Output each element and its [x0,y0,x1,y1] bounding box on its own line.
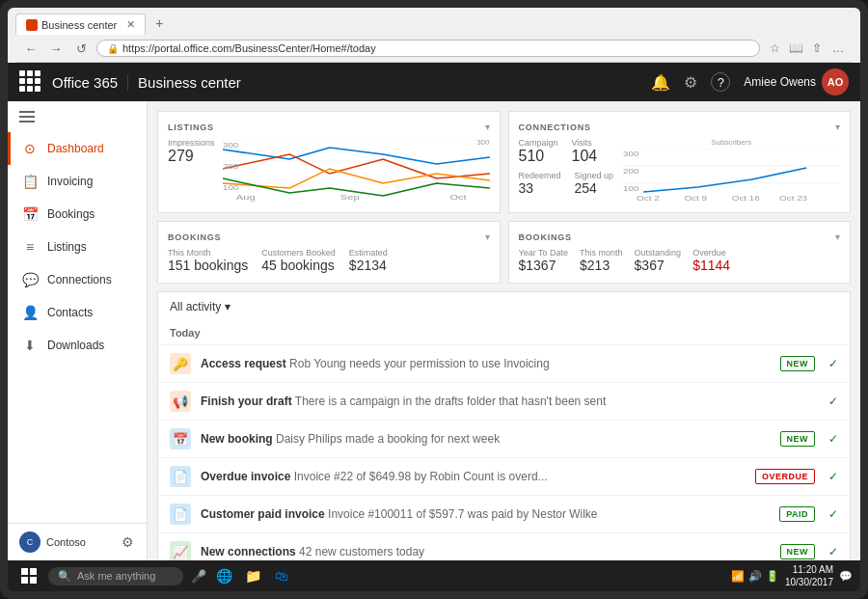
activity-check-3[interactable]: ✓ [828,470,838,483]
time-display: 11:20 AM [785,563,833,576]
listings-card-chevron[interactable]: ▾ [485,122,490,132]
activity-filter[interactable]: All activity ▾ [158,292,850,321]
org-info[interactable]: C Contoso [19,531,86,553]
sidebar-item-connections[interactable]: 💬 Connections [8,263,147,296]
cortana-icon[interactable]: 🎤 [191,569,206,584]
activity-title-0: Access request [201,357,286,370]
sidebar-label-connections: Connections [47,273,112,286]
campaign-label: Campaign [519,138,558,148]
sidebar-menu-button[interactable] [8,101,147,132]
activity-check-4[interactable]: ✓ [828,507,838,521]
share-icon[interactable]: ⇧ [808,40,826,57]
sidebar-item-listings[interactable]: ≡ Listings [8,231,147,263]
activity-check-0[interactable]: ✓ [828,357,838,370]
svg-text:Sep: Sep [339,193,359,202]
date-display: 10/30/2017 [785,576,833,588]
browser-tab-active[interactable]: Business center ✕ [15,14,146,35]
year-to-date-value: $1367 [519,258,569,273]
activity-check-1[interactable]: ✓ [828,395,838,408]
sidebar-item-dashboard[interactable]: ⊙ Dashboard [8,132,147,165]
activity-item-4[interactable]: 📄 Customer paid invoice Invoice #100011 … [158,495,850,532]
edge-browser-icon[interactable]: 🌐 [210,562,237,589]
notification-center-icon[interactable]: 💬 [839,570,853,583]
bookings-financial-card: BOOKINGS ▾ Year To Date $1367 This month… [508,221,852,284]
activity-icon-0: 🔑 [170,353,191,374]
org-name: Contoso [46,536,86,548]
activity-item-3[interactable]: 📄 Overdue invoice Invoice #22 of $649.98… [158,457,850,495]
activity-text-2: New booking Daisy Philips made a booking… [201,432,771,446]
start-button[interactable] [15,562,42,589]
activity-desc-4: Invoice #100011 of $597.7 was paid by Ne… [328,507,598,521]
impressions-value: 279 [168,148,215,165]
bookings-financial-chevron[interactable]: ▾ [835,231,840,242]
file-explorer-icon[interactable]: 📁 [239,562,266,589]
activity-title-2: New booking [201,432,273,446]
listings-icon: ≡ [22,239,38,255]
sidebar-item-bookings[interactable]: 📅 Bookings [8,198,147,231]
taskbar-search-box[interactable]: 🔍 Ask me anything [48,567,183,585]
fin-this-month-label: This month [580,248,623,258]
activity-item-1[interactable]: 📢 Finish your draft There is a campaign … [158,382,850,420]
activity-item-0[interactable]: 🔑 Access request Rob Young needs your pe… [158,344,850,382]
activity-check-5[interactable]: ✓ [828,545,838,558]
this-month-bookings: 151 bookings [168,258,248,273]
bookings-financial-title: BOOKINGS [519,232,572,242]
sidebar-item-invoicing[interactable]: 📋 Invoicing [8,165,147,198]
refresh-button[interactable]: ↺ [71,39,91,58]
bookings-summary-chevron[interactable]: ▾ [485,231,490,242]
waffle-menu-button[interactable] [19,70,42,94]
activity-badge-2: NEW [780,431,816,447]
help-icon[interactable]: ? [711,72,730,92]
windows-logo [21,568,37,584]
network-icon[interactable]: 📶 [731,570,745,583]
connections-chart: 300 200 100 Oct 2 Oct 9 Oct 16 Oct 23 [623,149,841,202]
dashboard-icon: ⊙ [22,141,38,156]
fin-this-month-value: $213 [580,258,623,273]
overdue-label: Overdue [692,248,730,258]
activity-item-2[interactable]: 📅 New booking Daisy Philips made a booki… [158,420,850,457]
activity-desc-1: There is a campaign in the drafts folder… [295,395,606,408]
battery-icon[interactable]: 🔋 [766,570,779,583]
impressions-label: Impressions [168,138,215,148]
sidebar-item-downloads[interactable]: ⬇ Downloads [8,329,147,362]
sidebar-label-bookings: Bookings [47,207,95,221]
activity-desc-3: Invoice #22 of $649.98 by Robin Count is… [294,470,548,483]
signedup-value: 254 [575,180,614,196]
system-clock[interactable]: 11:20 AM 10/30/2017 [785,563,833,588]
sidebar-label-dashboard: Dashboard [47,142,104,155]
back-button[interactable]: ← [21,39,41,58]
connections-card-chevron[interactable]: ▾ [835,122,840,132]
activity-desc-2: Daisy Philips made a booking for next we… [276,432,500,446]
listings-card-title: LISTINGS [168,123,214,132]
svg-text:100: 100 [623,184,639,192]
activity-icon-3: 📄 [170,466,191,487]
taskbar-apps: 🌐 📁 🛍 [210,562,295,589]
activity-item-5[interactable]: 📈 New connections 42 new customers today… [158,532,850,560]
sidebar-footer: C Contoso ⚙ [8,523,147,560]
favorites-icon[interactable]: ☆ [766,40,783,57]
forward-button[interactable]: → [46,39,66,58]
office-brand[interactable]: Office 365 [52,74,128,91]
activity-badge-3: OVERDUE [755,469,815,484]
new-tab-button[interactable]: + [148,12,171,35]
store-icon[interactable]: 🛍 [268,562,295,589]
sidebar-item-contacts[interactable]: 👤 Contacts [8,296,147,329]
url-bar[interactable]: 🔒 https://portal.office.com/BusinessCent… [96,40,760,57]
search-placeholder: Ask me anything [77,570,155,582]
activity-check-2[interactable]: ✓ [828,432,838,446]
menu-icon[interactable]: … [829,40,847,57]
org-settings-icon[interactable]: ⚙ [120,534,135,550]
user-menu[interactable]: Amiee Owens AO [744,68,849,95]
invoicing-icon: 📋 [22,174,38,189]
activity-text-1: Finish your draft There is a campaign in… [201,395,815,408]
svg-text:200: 200 [623,167,639,175]
estimated-value: $2134 [349,258,388,273]
notifications-icon[interactable]: 🔔 [651,73,670,92]
activity-title-3: Overdue invoice [201,470,290,483]
settings-icon[interactable]: ⚙ [684,73,697,92]
volume-icon[interactable]: 🔊 [748,570,762,583]
activity-title-1: Finish your draft [201,395,292,408]
activity-date: Today [158,321,850,344]
reader-icon[interactable]: 📖 [787,40,804,57]
tab-close-btn[interactable]: ✕ [126,18,135,31]
